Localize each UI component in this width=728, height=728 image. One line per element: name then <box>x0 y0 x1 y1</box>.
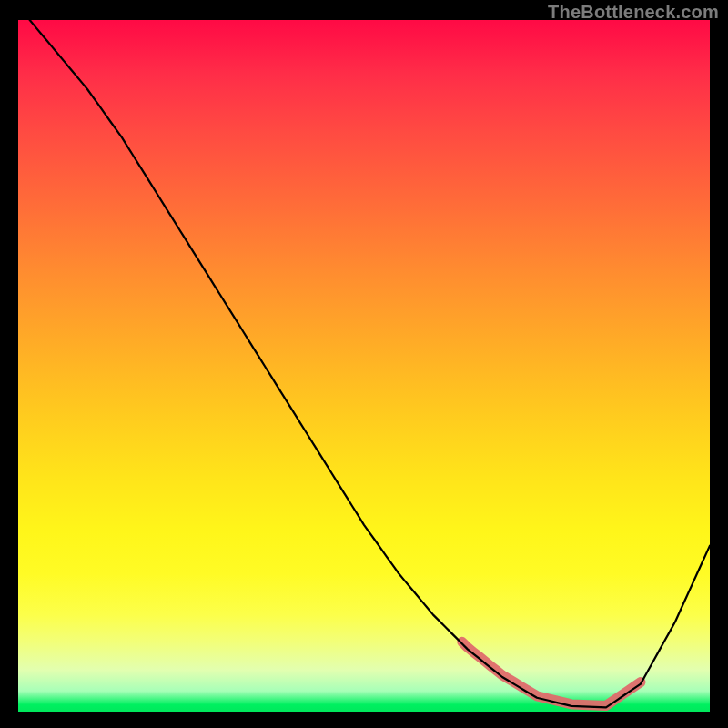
chart-svg <box>18 20 710 712</box>
data-line <box>18 20 710 707</box>
highlight-segment <box>462 642 641 705</box>
plot-area <box>18 20 710 712</box>
figure: TheBottleneck.com <box>0 0 728 728</box>
